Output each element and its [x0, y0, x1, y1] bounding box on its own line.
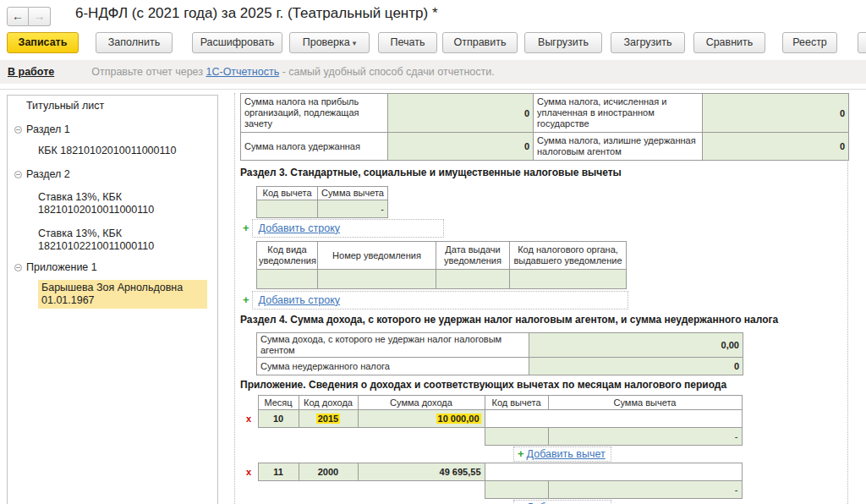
sidebar-item-kbk-1[interactable]: КБК 18210102010011000110	[38, 145, 176, 157]
add-deduction-link[interactable]: Добавить вычет	[527, 448, 606, 460]
chevron-down-icon: ▾	[353, 39, 357, 47]
field-label: Сумма налога удержанная	[241, 133, 388, 161]
income-row: x 11 2000 49 695,55	[243, 463, 742, 481]
add-notification-row-link[interactable]: Добавить строку	[259, 294, 340, 306]
notification-date-cell[interactable]	[436, 270, 510, 289]
sections-sidebar: Титульный лист Раздел 1 КБК 182101020100…	[7, 95, 218, 504]
header-separator	[0, 89, 866, 90]
table-row	[257, 270, 627, 289]
column-header: Код вычета	[485, 396, 548, 410]
add-deduction-row-link[interactable]: Добавить строку	[259, 222, 340, 234]
status-bar: В работе Отправьте отчет через 1С-Отчетн…	[0, 60, 866, 84]
report-window: ← → 6-НДФЛ (с 2021 года) за 2025 г. (Теа…	[0, 0, 866, 504]
deduction-code-cell[interactable]	[485, 428, 548, 446]
tax-withheld-value-cell[interactable]: 0	[388, 133, 534, 161]
column-header: Дата выдачи уведомления	[436, 242, 510, 270]
field-label: Сумма налога, излишне удержанная налогов…	[534, 133, 703, 161]
export-button[interactable]: Выгрузить	[524, 32, 602, 53]
month-cell[interactable]: 10	[258, 410, 299, 428]
column-header: Код дохода	[299, 396, 358, 410]
column-header: Сумма вычета	[318, 187, 388, 200]
deduction-code-cell[interactable]	[257, 200, 318, 218]
delete-row-icon[interactable]: x	[246, 467, 251, 477]
income-code-cell[interactable]: 2000	[299, 463, 358, 481]
selected-employee-label: Барышева Зоя Арнольдовна 01.01.1967	[38, 280, 207, 309]
income-amount-cell[interactable]: 10 000,00	[358, 410, 485, 428]
clipped-toolbar-button[interactable]	[858, 32, 866, 53]
column-header: Код налогового органа, выдавшего уведомл…	[510, 242, 627, 270]
decrypt-button[interactable]: Расшифровать	[192, 32, 282, 53]
report-state-link[interactable]: В работе	[8, 66, 54, 78]
deduction-area-empty	[485, 410, 742, 428]
tax-credit-value-cell[interactable]: 0	[388, 94, 534, 133]
appendix-income-table: Месяц Код дохода Сумма дохода Код вычета…	[243, 395, 743, 504]
income-amount-cell[interactable]: 49 695,55	[358, 463, 485, 481]
unwithheld-tax-table: Сумма дохода, с которого не удержан нало…	[256, 332, 743, 375]
add-row-control: + Добавить строку	[243, 218, 444, 238]
add-icon: +	[243, 222, 249, 234]
notification-number-cell[interactable]	[318, 270, 436, 289]
section-4-heading: Раздел 4. Сумма дохода, с которого не уд…	[240, 314, 778, 326]
income-code-cell[interactable]: 2015	[299, 410, 358, 428]
deduction-amount-cell[interactable]: -	[318, 200, 388, 218]
deduction-row: -	[243, 428, 742, 446]
excess-withheld-value-cell[interactable]: 0	[703, 133, 849, 161]
sidebar-item-rate-13-kbk-2[interactable]: Ставка 13%, КБК 18210102210011000110	[38, 227, 195, 253]
import-button[interactable]: Загрузить	[611, 32, 685, 53]
sidebar-item-rate-13-kbk-1[interactable]: Ставка 13%, КБК 18210102010011000110	[38, 191, 195, 216]
add-icon: +	[243, 293, 249, 306]
sidebar-item-section-2[interactable]: Раздел 2	[26, 168, 70, 181]
income-row: x 10 2015 10 000,00	[243, 410, 742, 428]
add-icon: +	[518, 447, 524, 460]
send-button[interactable]: Отправить	[442, 32, 518, 53]
foreign-tax-value-cell[interactable]: 0	[703, 94, 849, 133]
status-message: Отправьте отчет через 1С-Отчетность - са…	[91, 66, 495, 78]
unwithheld-tax-value-cell[interactable]: 0	[529, 358, 743, 375]
column-header: Сумма вычета	[548, 396, 742, 410]
sidebar-item-employee[interactable]: Барышева Зоя Арнольдовна 01.01.1967	[38, 280, 207, 309]
sidebar-item-appendix-1[interactable]: Приложение 1	[26, 261, 97, 274]
notification-authority-cell[interactable]	[510, 270, 627, 289]
1c-reporting-link[interactable]: 1С-Отчетность	[206, 66, 279, 78]
column-header: Код вычета	[257, 187, 318, 200]
add-deduction-row: +Добавить вычет	[243, 446, 742, 463]
back-arrow-icon: ←	[12, 9, 24, 23]
delete-row-icon[interactable]: x	[246, 414, 251, 424]
field-label: Сумма налога, исчисленная и уплаченная в…	[534, 94, 703, 133]
deduction-code-cell[interactable]	[485, 481, 548, 499]
deduction-amount-cell[interactable]: -	[548, 428, 742, 446]
field-label: Сумма налога на прибыль организаций, под…	[241, 94, 388, 133]
deduction-area-empty	[485, 463, 742, 481]
sidebar-item-title-page[interactable]: Титульный лист	[26, 100, 104, 112]
deduction-amount-cell[interactable]: -	[548, 481, 742, 499]
sidebar-item-section-1[interactable]: Раздел 1	[26, 123, 70, 136]
compare-button[interactable]: Сравнить	[693, 32, 765, 53]
notification-kind-cell[interactable]	[257, 270, 318, 289]
table-row: Сумма налога удержанная 0 Сумма налога, …	[241, 133, 849, 161]
collapse-icon[interactable]	[14, 171, 22, 178]
fill-button[interactable]: Заполнить	[96, 32, 173, 53]
month-cell[interactable]: 11	[258, 463, 299, 481]
add-deduction-link[interactable]: Добавить вычет	[527, 501, 606, 504]
field-label: Сумма неудержанного налога	[257, 358, 529, 375]
tax-summary-table: Сумма налога на прибыль организаций, под…	[240, 93, 849, 161]
unwithheld-income-value-cell[interactable]: 0,00	[529, 333, 743, 358]
add-row-control: + Добавить строку	[243, 290, 628, 310]
nav-forward-button[interactable]: →	[29, 7, 51, 26]
field-label: Сумма дохода, с которого не удержан нало…	[257, 333, 529, 358]
page-title: 6-НДФЛ (с 2021 года) за 2025 г. (Театрал…	[75, 5, 438, 22]
column-header: Код вида уведомления	[257, 242, 318, 270]
column-header: Месяц	[258, 396, 299, 410]
collapse-icon[interactable]	[14, 264, 22, 271]
registry-button[interactable]: Реестр	[782, 32, 837, 53]
table-row: Сумма неудержанного налога 0	[257, 358, 743, 375]
table-row: Сумма налога на прибыль организаций, под…	[241, 94, 849, 133]
section-3-heading: Раздел 3. Стандартные, социальные и имущ…	[240, 167, 622, 178]
add-icon: +	[518, 501, 524, 504]
check-menu-button[interactable]: Проверка▾	[289, 32, 370, 53]
collapse-icon[interactable]	[14, 126, 22, 134]
appendix-heading: Приложение. Сведения о доходах и соответ…	[240, 379, 726, 391]
save-button[interactable]: Записать	[7, 32, 79, 53]
print-button[interactable]: Печать	[378, 32, 437, 53]
nav-back-button[interactable]: ←	[7, 7, 29, 26]
